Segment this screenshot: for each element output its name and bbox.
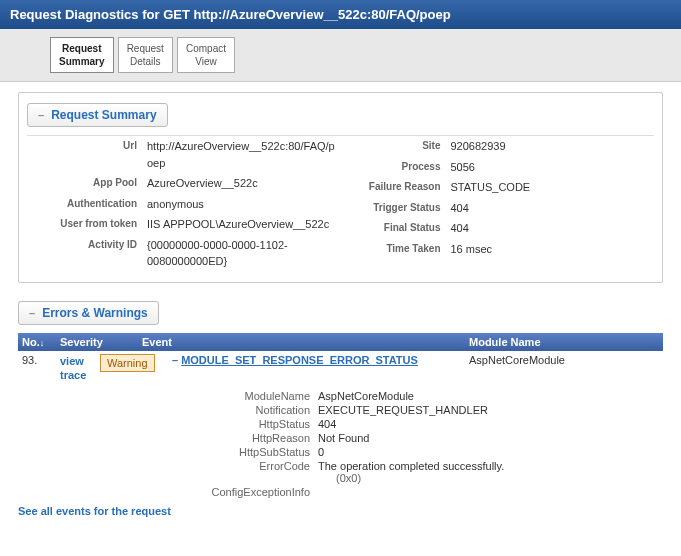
summary-url: http://AzureOverview__522c:80/FAQ/poep (147, 138, 341, 171)
summary-site: 920682939 (451, 138, 655, 155)
severity-badge: Warning (100, 354, 155, 372)
tab-request-details[interactable]: RequestDetails (118, 37, 173, 73)
collapse-icon: – (29, 307, 35, 319)
summary-left-col: Urlhttp://AzureOverview__522c:80/FAQ/poe… (27, 136, 341, 272)
error-details: ModuleNameAspNetCoreModule NotificationE… (168, 389, 663, 499)
summary-final: 404 (451, 220, 655, 237)
summary-failure: STATUS_CODE (451, 179, 655, 196)
summary-apppool: AzureOverview__522c (147, 175, 341, 192)
summary-user: IIS APPPOOL\AzureOverview__522c (147, 216, 341, 233)
errors-warnings-panel: – Errors & Warnings No.↓ Severity Event … (18, 301, 663, 524)
errors-table-header: No.↓ Severity Event Module Name (18, 333, 663, 351)
request-summary-header[interactable]: – Request Summary (27, 103, 168, 127)
see-all-events-link[interactable]: See all events for the request (18, 499, 171, 523)
collapse-icon: – (38, 109, 44, 121)
summary-right-col: Site920682939 Process5056 Failure Reason… (341, 136, 655, 272)
page-title: Request Diagnostics for GET http://Azure… (0, 0, 681, 29)
summary-process: 5056 (451, 159, 655, 176)
event-link[interactable]: MODULE_SET_RESPONSE_ERROR_STATUS (181, 354, 418, 366)
tab-bar: RequestSummary RequestDetails CompactVie… (0, 29, 681, 82)
error-no: 93. (22, 354, 60, 366)
errors-warnings-header[interactable]: – Errors & Warnings (18, 301, 159, 325)
summary-trigger: 404 (451, 200, 655, 217)
tab-compact-view[interactable]: CompactView (177, 37, 235, 73)
tab-request-summary[interactable]: RequestSummary (50, 37, 114, 73)
sort-desc-icon[interactable]: ↓ (40, 338, 45, 348)
view-trace-link[interactable]: view trace (60, 355, 86, 381)
error-row: 93. view trace Warning – MODULE_SET_RESP… (18, 351, 663, 386)
summary-auth: anonymous (147, 196, 341, 213)
request-summary-panel: – Request Summary Urlhttp://AzureOvervie… (18, 92, 663, 283)
collapse-icon[interactable]: – (172, 354, 178, 366)
summary-activity: {00000000-0000-0000-1102-0080000000ED} (147, 237, 341, 270)
summary-time: 16 msec (451, 241, 655, 258)
module-name: AspNetCoreModule (469, 354, 659, 366)
